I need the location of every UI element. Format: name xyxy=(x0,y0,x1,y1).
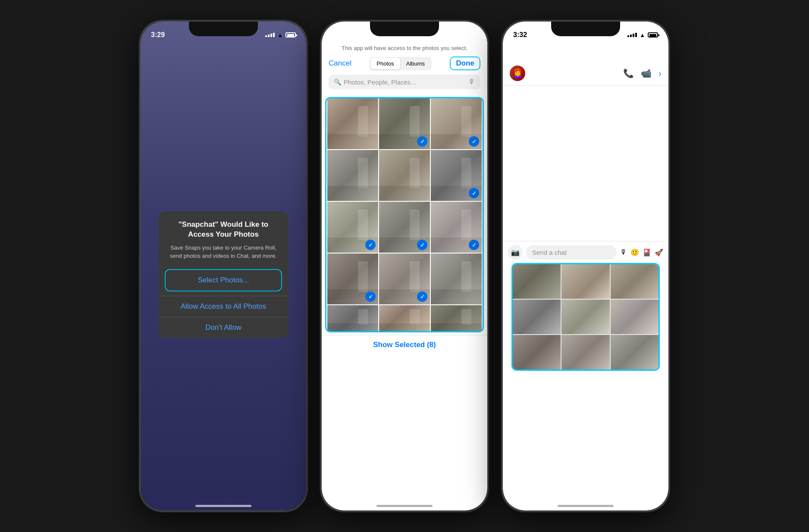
dialog-content: "Snapchat" Would Like to Access Your Pho… xyxy=(159,211,288,260)
photos-tab[interactable]: Photos xyxy=(370,58,400,69)
permission-dialog: "Snapchat" Would Like to Access Your Pho… xyxy=(159,211,288,338)
status-bar-1: 3:29 ▲ xyxy=(141,22,306,42)
video-call-icon[interactable]: 📹 xyxy=(641,68,652,78)
photo-cell-2[interactable]: ✓ xyxy=(379,98,430,149)
battery-icon-3 xyxy=(648,32,658,38)
chat-input-area: 📷 Send a chat 🎙 🙂 🎴 🚀 xyxy=(503,241,668,378)
emoji-icon[interactable]: 🙂 xyxy=(630,248,639,257)
thumb-7[interactable] xyxy=(513,335,561,369)
search-icon: 🔍 xyxy=(334,78,341,85)
photo-cell-11[interactable]: ✓ xyxy=(379,253,430,304)
photo-check-9: ✓ xyxy=(469,240,479,250)
picker-tabs: Photos Albums xyxy=(370,57,432,70)
photo-cell-7[interactable]: ✓ xyxy=(327,202,378,253)
photo-cell-15[interactable] xyxy=(431,305,482,331)
picker-tabs-row: Cancel Photos Albums Done xyxy=(329,56,480,70)
home-indicator-1 xyxy=(195,505,251,507)
picker-info-text: This app will have access to the photos … xyxy=(329,45,480,51)
wifi-icon-3: ▲ xyxy=(640,32,645,38)
phone-2: This app will have access to the photos … xyxy=(320,20,489,512)
photo-cell-1[interactable] xyxy=(327,98,378,149)
photo-cell-3[interactable]: ✓ xyxy=(431,98,482,149)
snap-icon[interactable]: 🚀 xyxy=(655,248,663,257)
messages-body xyxy=(503,86,668,241)
albums-tab[interactable]: Albums xyxy=(400,58,431,69)
signal-icon-3 xyxy=(627,33,637,37)
chat-input-row: 📷 Send a chat 🎙 🙂 🎴 🚀 xyxy=(508,245,663,260)
photo-check-7: ✓ xyxy=(365,240,376,250)
photo-check-11: ✓ xyxy=(417,291,427,302)
picker-cancel-button[interactable]: Cancel xyxy=(329,59,351,68)
header-actions: 📞 📹 › xyxy=(623,68,662,78)
photo-cell-8[interactable]: ✓ xyxy=(379,202,430,253)
time-1: 3:29 xyxy=(151,31,165,39)
photo-check-8: ✓ xyxy=(417,240,427,250)
thumb-grid xyxy=(513,264,658,369)
battery-icon-1 xyxy=(285,32,296,38)
thumb-6[interactable] xyxy=(611,300,658,334)
chat-text-field[interactable]: Send a chat xyxy=(526,245,617,260)
thumb-4[interactable] xyxy=(513,300,561,334)
status-bar-3: 3:32 ▲ xyxy=(503,22,668,42)
avatar-emoji: 👩‍🦰 xyxy=(512,68,523,78)
dialog-message: Save Snaps you take to your Camera Roll,… xyxy=(167,244,279,260)
chat-icons-right: 🎙 🙂 🎴 🚀 xyxy=(620,248,663,257)
info-chevron-icon[interactable]: › xyxy=(658,69,662,78)
photo-cell-4[interactable] xyxy=(327,150,378,201)
camera-button[interactable]: 📷 xyxy=(508,245,523,260)
picker-footer: Show Selected (8) xyxy=(322,335,487,354)
show-selected-button[interactable]: Show Selected (8) xyxy=(373,341,436,349)
picker-done-button[interactable]: Done xyxy=(450,56,480,70)
allow-all-photos-button[interactable]: Allow Access to All Photos xyxy=(159,296,288,317)
photo-cell-9[interactable]: ✓ xyxy=(431,202,482,253)
photo-check-6: ✓ xyxy=(469,188,479,198)
dialog-actions: Select Photos... Allow Access to All Pho… xyxy=(159,269,288,338)
time-3: 3:32 xyxy=(513,31,527,39)
phone-call-icon[interactable]: 📞 xyxy=(623,68,634,78)
contact-avatar: 👩‍🦰 xyxy=(510,66,525,81)
picker-search-bar[interactable]: 🔍 Photos, People, Places... 🎙 xyxy=(329,75,480,89)
home-indicator-3 xyxy=(558,505,614,507)
select-photos-button[interactable]: Select Photos... xyxy=(165,269,282,291)
photo-cell-12[interactable] xyxy=(431,253,482,304)
photo-cell-5[interactable] xyxy=(379,150,430,201)
photo-cell-14[interactable] xyxy=(379,305,430,331)
photo-cell-10[interactable]: ✓ xyxy=(327,253,378,304)
status-icons-3: ▲ xyxy=(627,32,658,38)
messages-header: 👩‍🦰 📞 📹 › xyxy=(503,42,668,86)
photo-grid-container: ✓ ✓ ✓ ✓ ✓ ✓ xyxy=(325,97,484,332)
thumb-2[interactable] xyxy=(561,264,609,299)
mic-icon-3[interactable]: 🎙 xyxy=(620,248,627,256)
photo-check-10: ✓ xyxy=(365,291,376,302)
photo-check-2: ✓ xyxy=(417,136,427,147)
dialog-overlay: "Snapchat" Would Like to Access Your Pho… xyxy=(141,22,306,510)
home-indicator-2 xyxy=(376,505,433,507)
photo-grid: ✓ ✓ ✓ ✓ ✓ ✓ xyxy=(327,98,482,331)
bitmoji-icon[interactable]: 🎴 xyxy=(643,248,651,257)
picker-header: This app will have access to the photos … xyxy=(322,22,487,97)
photo-cell-13[interactable] xyxy=(327,305,378,331)
thumb-5[interactable] xyxy=(561,300,609,334)
thumb-9[interactable] xyxy=(611,335,658,369)
signal-icon-1 xyxy=(265,33,275,37)
search-placeholder: Photos, People, Places... xyxy=(344,78,468,86)
thumb-grid-wrap xyxy=(511,263,660,371)
photo-check-3: ✓ xyxy=(469,136,479,147)
thumb-3[interactable] xyxy=(611,264,658,299)
thumb-8[interactable] xyxy=(561,335,609,369)
dont-allow-button[interactable]: Don't Allow xyxy=(159,317,288,338)
dialog-title: "Snapchat" Would Like to Access Your Pho… xyxy=(167,220,279,239)
thumb-1[interactable] xyxy=(513,264,561,299)
mic-icon[interactable]: 🎙 xyxy=(468,78,475,86)
wifi-icon-1: ▲ xyxy=(277,32,283,38)
status-icons-1: ▲ xyxy=(265,32,296,38)
photo-cell-6[interactable]: ✓ xyxy=(431,150,482,201)
phone-3: 3:32 ▲ 👩‍🦰 📞 📹 › xyxy=(502,20,670,512)
phone-1: 3:29 ▲ "Snapchat" Would Like to Access Y… xyxy=(139,20,307,512)
